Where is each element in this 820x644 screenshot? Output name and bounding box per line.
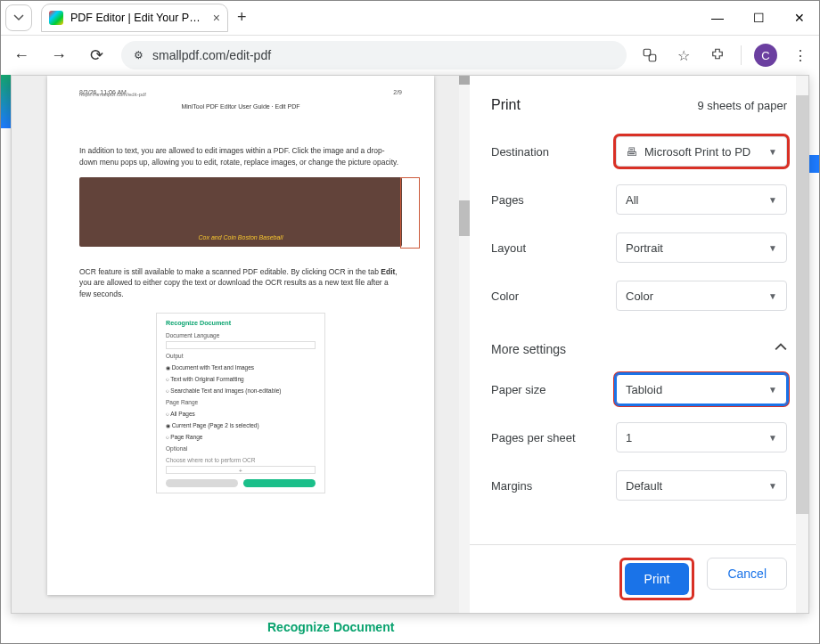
maximize-button[interactable]: ☐ bbox=[738, 0, 779, 36]
extensions-icon[interactable] bbox=[707, 45, 728, 66]
chrome-menu-button[interactable]: ⋮ bbox=[790, 45, 811, 66]
url-text: smallpdf.com/edit-pdf bbox=[152, 48, 271, 62]
print-footer: Print Cancel bbox=[470, 544, 808, 613]
preview-scroll-up-indicator bbox=[459, 76, 470, 85]
reload-button[interactable]: ⟳ bbox=[84, 43, 109, 68]
sheet-count: 9 sheets of paper bbox=[698, 99, 787, 112]
layout-field: Layout Portrait ▼ bbox=[491, 224, 787, 272]
browser-titlebar: PDF Editor | Edit Your PDFs with × + — ☐… bbox=[0, 0, 820, 36]
pages-field: Pages All ▼ bbox=[491, 175, 787, 224]
minimize-button[interactable]: — bbox=[697, 0, 738, 36]
preview-image-band: Cox and Coin Boston Baseball bbox=[79, 177, 402, 247]
preview-scroll-thumb[interactable] bbox=[459, 200, 470, 236]
print-preview-pane[interactable]: 8/3/26, 11:06 AM 2/9 https://smallpdf.co… bbox=[12, 76, 470, 613]
more-settings-label: More settings bbox=[491, 342, 566, 356]
dropdown-caret-icon: ▼ bbox=[768, 243, 777, 253]
print-dialog: 8/3/26, 11:06 AM 2/9 https://smallpdf.co… bbox=[11, 75, 809, 614]
margins-field: Margins Default ▼ bbox=[491, 461, 787, 509]
preview-header-url: https://smallpdf.com/edit-pdf bbox=[79, 91, 402, 99]
pages-per-sheet-select[interactable]: 1 ▼ bbox=[616, 422, 787, 452]
profile-avatar[interactable]: C bbox=[754, 44, 777, 67]
forward-button[interactable]: → bbox=[46, 43, 71, 68]
tab-close-button[interactable]: × bbox=[213, 11, 220, 25]
color-select[interactable]: Color ▼ bbox=[616, 281, 787, 311]
destination-value: Microsoft Print to PD bbox=[644, 145, 750, 159]
preview-ocr-modal: Recognize Document Document Language Out… bbox=[156, 313, 325, 494]
preview-page: 8/3/26, 11:06 AM 2/9 https://smallpdf.co… bbox=[47, 76, 434, 595]
pages-per-sheet-field: Pages per sheet 1 ▼ bbox=[491, 413, 787, 461]
chevron-down-icon bbox=[13, 12, 24, 23]
pages-value: All bbox=[626, 193, 638, 207]
margins-select[interactable]: Default ▼ bbox=[616, 470, 787, 501]
window-controls: — ☐ ✕ bbox=[697, 0, 820, 36]
underlying-app-edge bbox=[809, 75, 820, 173]
page-content: Recognize Document 8/3/26, 11:06 AM 2/9 … bbox=[0, 75, 820, 644]
chevron-up-icon bbox=[775, 341, 787, 356]
color-field: Color Color ▼ bbox=[491, 272, 787, 320]
dropdown-caret-icon: ▼ bbox=[768, 385, 777, 395]
dropdown-caret-icon: ▼ bbox=[768, 433, 777, 443]
preview-header-page: 2/9 bbox=[393, 88, 402, 98]
print-settings-pane: Print 9 sheets of paper Destination 🖶 Mi… bbox=[470, 76, 808, 613]
pages-select[interactable]: All ▼ bbox=[616, 184, 787, 215]
pages-per-sheet-value: 1 bbox=[626, 431, 632, 444]
preview-doc-title: MiniTool PDF Editor User Guide · Edit PD… bbox=[79, 102, 402, 112]
bookmark-icon[interactable]: ☆ bbox=[673, 45, 694, 66]
margins-value: Default bbox=[626, 479, 662, 493]
site-settings-icon[interactable]: ⚙ bbox=[134, 49, 144, 61]
more-settings-toggle[interactable]: More settings bbox=[491, 320, 787, 365]
browser-toolbar: ← → ⟳ ⚙ smallpdf.com/edit-pdf ☆ C ⋮ bbox=[0, 36, 820, 75]
close-window-button[interactable]: ✕ bbox=[779, 0, 820, 36]
margins-label: Margins bbox=[491, 479, 616, 493]
dropdown-caret-icon: ▼ bbox=[768, 147, 777, 157]
tab-title: PDF Editor | Edit Your PDFs with bbox=[70, 12, 206, 24]
layout-label: Layout bbox=[491, 241, 616, 255]
paper-size-value: Tabloid bbox=[626, 383, 662, 396]
pages-per-sheet-label: Pages per sheet bbox=[491, 431, 616, 444]
color-value: Color bbox=[626, 289, 653, 303]
color-label: Color bbox=[491, 289, 616, 303]
address-bar[interactable]: ⚙ smallpdf.com/edit-pdf bbox=[121, 41, 627, 69]
preview-scrollbar[interactable] bbox=[459, 76, 470, 613]
preview-paragraph-1: In addition to text, you are allowed to … bbox=[79, 145, 402, 168]
print-title: Print bbox=[491, 97, 521, 113]
layout-value: Portrait bbox=[626, 241, 663, 255]
destination-select[interactable]: 🖶 Microsoft Print to PD ▼ bbox=[616, 136, 787, 167]
layout-select[interactable]: Portrait ▼ bbox=[616, 232, 787, 263]
new-tab-button[interactable]: + bbox=[237, 8, 247, 27]
tabs-dropdown-button[interactable] bbox=[5, 4, 32, 31]
preview-paragraph-2: OCR feature is still available to make a… bbox=[79, 266, 402, 300]
dropdown-caret-icon: ▼ bbox=[768, 195, 777, 205]
paper-size-label: Paper size bbox=[491, 383, 616, 396]
cancel-button[interactable]: Cancel bbox=[707, 558, 787, 590]
print-header: Print 9 sheets of paper bbox=[470, 76, 808, 120]
dropdown-caret-icon: ▼ bbox=[768, 481, 777, 491]
paper-size-select[interactable]: Tabloid ▼ bbox=[616, 374, 787, 404]
browser-tab[interactable]: PDF Editor | Edit Your PDFs with × bbox=[41, 4, 228, 32]
paper-size-field: Paper size Tabloid ▼ bbox=[491, 365, 787, 413]
preview-image-caption: Cox and Coin Boston Baseball bbox=[199, 233, 283, 243]
pages-label: Pages bbox=[491, 193, 616, 207]
site-favicon-icon bbox=[49, 11, 63, 25]
destination-label: Destination bbox=[491, 145, 616, 159]
destination-field: Destination 🖶 Microsoft Print to PD ▼ bbox=[491, 127, 787, 175]
print-button[interactable]: Print bbox=[625, 563, 690, 595]
back-button[interactable]: ← bbox=[9, 43, 34, 68]
print-button-highlight: Print bbox=[619, 558, 695, 600]
dropdown-caret-icon: ▼ bbox=[768, 291, 777, 301]
translate-icon[interactable] bbox=[639, 45, 660, 66]
printer-icon: 🖶 bbox=[626, 145, 637, 159]
underlying-recognize-banner: Recognize Document bbox=[267, 610, 394, 644]
